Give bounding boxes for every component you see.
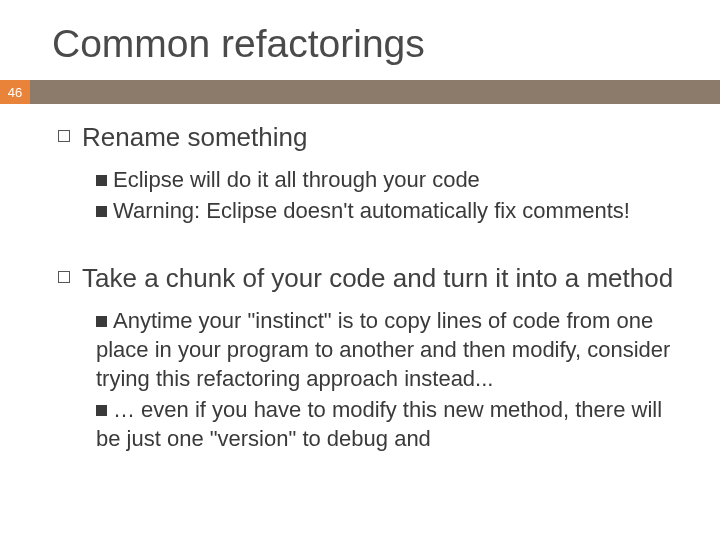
- sub-bullet-rest: even if you have to modify this new meth…: [96, 397, 662, 451]
- sub-bullet-item: Anytime your "instinct" is to copy lines…: [96, 306, 680, 393]
- sub-bullet-rest: Eclipse doesn't automatically fix commen…: [200, 198, 630, 223]
- filled-square-icon: [96, 316, 107, 327]
- slide-title: Common refactorings: [0, 0, 720, 80]
- bullet-text: Take a chunk of your code and turn it in…: [82, 263, 673, 294]
- sub-bullet-rest: will do it all through your code: [184, 167, 480, 192]
- sub-bullet-item: Warning: Eclipse doesn't automatically f…: [96, 196, 680, 225]
- bullet-item: Rename something: [58, 122, 680, 153]
- filled-square-icon: [96, 175, 107, 186]
- filled-square-icon: [96, 405, 107, 416]
- sub-bullet-list: Anytime your "instinct" is to copy lines…: [58, 298, 680, 453]
- sub-bullet-lead: Anytime: [113, 308, 192, 333]
- divider-bar-fill: [30, 80, 720, 104]
- slide-number-badge: 46: [0, 80, 30, 104]
- sub-bullet-list: Eclipse will do it all through your code…: [58, 157, 680, 225]
- sub-bullet-item: Eclipse will do it all through your code: [96, 165, 680, 194]
- bullet-item: Take a chunk of your code and turn it in…: [58, 263, 680, 294]
- hollow-square-icon: [58, 271, 70, 283]
- sub-bullet-lead: Eclipse: [113, 167, 184, 192]
- bullet-text: Rename something: [82, 122, 307, 153]
- sub-bullet-lead: …: [113, 397, 135, 422]
- divider-bar: 46: [0, 80, 720, 104]
- sub-bullet-item: … even if you have to modify this new me…: [96, 395, 680, 453]
- sub-bullet-lead: Warning:: [113, 198, 200, 223]
- filled-square-icon: [96, 206, 107, 217]
- slide-content: Rename something Eclipse will do it all …: [0, 104, 720, 453]
- hollow-square-icon: [58, 130, 70, 142]
